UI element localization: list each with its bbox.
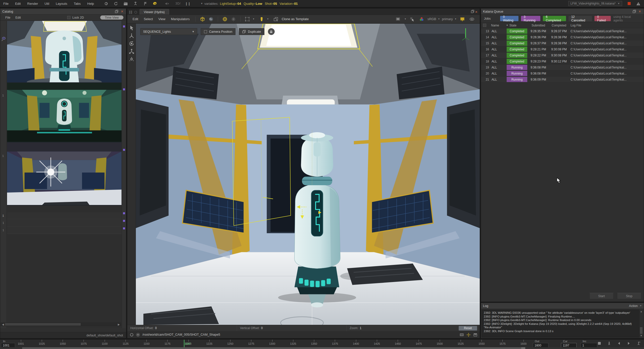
marquee-select-icon[interactable] xyxy=(245,17,250,22)
settings-gear-icon[interactable] xyxy=(104,2,108,6)
menubar-menu-item[interactable]: Layouts xyxy=(53,2,71,6)
vertical-offset-field[interactable]: Vertical Offset: 0 xyxy=(237,325,347,331)
queue-row[interactable]: 21 ALL Running 9:36:09 PM C:\Users\abelv… xyxy=(481,77,644,83)
menubar-menu-item[interactable]: File xyxy=(0,2,12,6)
scrollbar-handle[interactable] xyxy=(521,347,525,349)
reset-button[interactable]: Reset xyxy=(459,326,477,331)
catalog-item-badge[interactable] xyxy=(123,25,125,27)
scrollbar-thumb[interactable] xyxy=(640,327,642,334)
speaker-muted-icon[interactable] xyxy=(165,2,169,6)
log-output[interactable]: 2392: 3DL WARNING E6036 unsupported valu… xyxy=(482,310,643,337)
graph-state-variables[interactable]: ▼ variables: LightSetup=04Quality=LowSho… xyxy=(201,2,298,6)
wire-sphere-icon[interactable] xyxy=(222,17,227,22)
catalog-item-badge[interactable] xyxy=(123,88,125,90)
queue-row[interactable]: 19 ALL Running 9:36:08 PM C:\Users\abelv… xyxy=(481,64,644,71)
clone-icon[interactable] xyxy=(273,17,278,22)
scroll-up-icon[interactable]: ▲ xyxy=(639,310,643,313)
node-branch-icon[interactable] xyxy=(133,2,138,6)
menubar-menu-item[interactable]: Edit xyxy=(12,2,24,6)
chevron-down-icon[interactable]: ▼ xyxy=(404,18,406,20)
create-light-icon[interactable] xyxy=(259,17,264,22)
flipbook-icon[interactable] xyxy=(597,341,601,345)
camera-path[interactable]: /root/world/cam/SHOT_CAM_005/SHOT_CAM_Sh… xyxy=(142,333,220,336)
warning-triangle-icon[interactable] xyxy=(636,2,640,6)
queue-row[interactable]: 18 ALL Completed 9:28:23 PM 9:30:12 PM C… xyxy=(481,58,644,64)
queue-table-header[interactable]: Name ▼State Submitted Completed Log File xyxy=(481,23,644,28)
mode-3d-label[interactable]: 3D/ xyxy=(176,2,181,5)
stop-button[interactable]: Stop xyxy=(617,293,641,299)
panel-menu-icon[interactable] xyxy=(134,11,137,14)
log-scrollbar[interactable]: ▲ ▼ xyxy=(639,310,643,337)
lock-2d-checkbox[interactable] xyxy=(67,16,70,19)
menubar-menu-item[interactable]: Help xyxy=(84,2,97,6)
menu-item[interactable]: View xyxy=(156,17,168,21)
queue-row[interactable]: 15 ALL Completed 9:26:37 PM 9:26:38 PM C… xyxy=(481,40,644,46)
scrollbar-thumb[interactable] xyxy=(22,347,525,349)
menu-item[interactable]: Edit xyxy=(13,16,23,19)
duplicate-button[interactable]: Duplicate xyxy=(239,28,264,35)
play-walk-icon[interactable] xyxy=(637,341,640,345)
float-panel-icon[interactable] xyxy=(633,10,636,13)
color-gamut-icon[interactable] xyxy=(419,17,424,22)
lookthrough-box-icon[interactable] xyxy=(200,17,205,22)
display-mode-icon[interactable] xyxy=(395,17,400,22)
catalog-item-badge[interactable] xyxy=(123,227,125,229)
queue-panel-header[interactable]: Katana Queue ✕ xyxy=(481,9,644,15)
radio-circle-icon[interactable] xyxy=(130,333,134,337)
overscan-eye-icon[interactable] xyxy=(469,17,474,22)
scroll-left-icon[interactable]: ◀ xyxy=(2,323,4,326)
queue-row[interactable]: 16 ALL Completed 9:28:21 PM 9:30:08 PM C… xyxy=(481,46,644,52)
select-tool-icon[interactable] xyxy=(129,25,134,31)
catalog-empty-slot[interactable]: 1 xyxy=(7,227,122,234)
render-cycle-icon[interactable] xyxy=(114,2,118,6)
playhead[interactable]: 1197 xyxy=(184,340,184,347)
tab-viewer-hydra[interactable]: Viewer (Hydra) xyxy=(140,9,169,15)
start-button[interactable]: Start xyxy=(589,293,614,299)
keyframe-walk-icon[interactable] xyxy=(607,341,611,345)
catalog-panel-header[interactable]: Catalog ✕ xyxy=(0,9,126,15)
time-view-button[interactable]: Time View xyxy=(100,15,124,20)
menubar-menu-item[interactable]: Render xyxy=(24,2,41,6)
channel-dropdown[interactable]: primary▼ xyxy=(442,17,457,21)
catalog-item-badge[interactable] xyxy=(123,220,125,222)
step-forward-icon[interactable] xyxy=(627,341,631,345)
catalog-item-badge[interactable] xyxy=(123,149,125,151)
log-action-dropdown[interactable]: Action▼ xyxy=(629,304,642,308)
timeline-ruler[interactable]: 1001102510501075110011251150117512001225… xyxy=(17,340,528,348)
scroll-right-icon[interactable]: ▶ xyxy=(118,323,120,326)
menu-item[interactable]: File xyxy=(3,16,13,19)
chevron-down-icon[interactable]: ▼ xyxy=(267,18,269,20)
slate-icon[interactable] xyxy=(124,2,128,6)
pause-icon[interactable]: ❙❙ xyxy=(185,2,191,6)
timeline-scrollbar[interactable] xyxy=(0,347,644,349)
pan-arrows-icon[interactable] xyxy=(467,333,470,337)
camera-position-button[interactable]: Camera Position xyxy=(201,28,235,35)
viewport[interactable]: SEQUENCE_Lights▼ Camera Position Duplica… xyxy=(136,24,480,325)
scale-tool-icon[interactable] xyxy=(129,49,134,54)
catalog-thumbnail-1[interactable] xyxy=(7,21,122,83)
panel-grip-icon[interactable]: ▌▌ xyxy=(129,11,133,14)
sequence-lights-dropdown[interactable]: SEQUENCE_Lights▼ xyxy=(140,28,197,35)
chevron-down-icon[interactable]: ▼ xyxy=(253,18,255,20)
menu-item[interactable]: Select xyxy=(141,17,155,21)
catalog-item-badge[interactable] xyxy=(123,212,125,214)
menubar-menu-item[interactable]: Tabs xyxy=(70,2,84,6)
sort-caret-icon[interactable]: ▼ xyxy=(506,24,508,26)
world-globe-icon[interactable] xyxy=(209,17,214,22)
lock-2d-toggle[interactable]: Lock 2D xyxy=(67,16,84,19)
scrollbar-thumb[interactable] xyxy=(5,323,80,326)
colorspace-dropdown[interactable]: sRGB▼ xyxy=(427,17,440,21)
scroll-down-icon[interactable]: ▼ xyxy=(639,334,643,337)
pivot-tool-icon[interactable] xyxy=(129,56,134,62)
horizontal-offset-field[interactable]: Horizontal Offset: 0 xyxy=(127,325,237,331)
monitor-icon[interactable] xyxy=(460,17,465,22)
close-icon[interactable]: ✕ xyxy=(121,10,124,13)
catalog-empty-slot[interactable]: 1 xyxy=(7,212,122,219)
open-file-dropdown[interactable]: LFW_VideoHighlights_06.katana*▼ xyxy=(568,1,622,6)
viewport-render[interactable] xyxy=(136,24,480,325)
catalog-empty-slot[interactable]: 1 xyxy=(7,220,122,227)
snap-snowflake-icon[interactable] xyxy=(231,17,236,22)
menubar-menu-item[interactable]: Util xyxy=(41,2,53,6)
camera-target-icon[interactable] xyxy=(136,333,140,337)
queue-row[interactable]: 17 ALL Completed 9:28:22 PM 9:30:08 PM C… xyxy=(481,52,644,58)
